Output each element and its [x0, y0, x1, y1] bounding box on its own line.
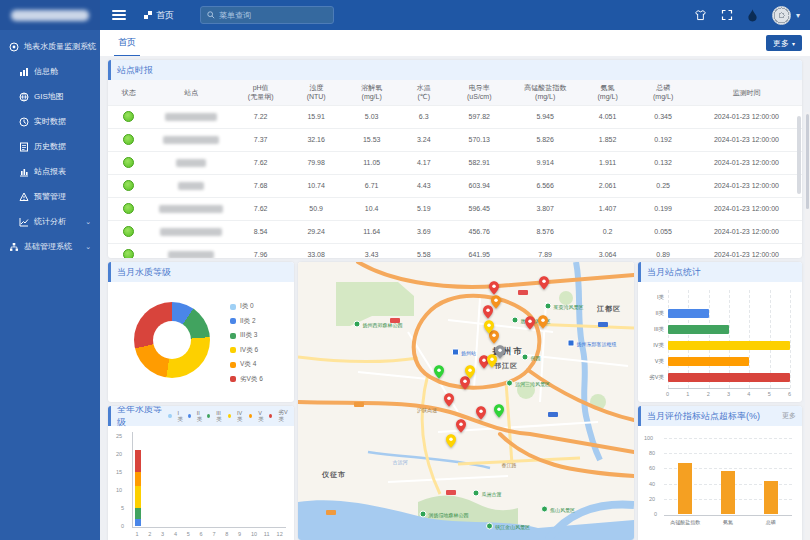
menu-toggle-icon[interactable]	[112, 8, 126, 22]
month-label: 8	[225, 531, 228, 537]
rate-bar[interactable]	[764, 481, 778, 514]
map-pin-orange[interactable]	[538, 315, 548, 333]
legend-item[interactable]: III类	[207, 410, 224, 423]
sidebar-section-0[interactable]: 地表水质量监测系统⌃	[0, 34, 100, 59]
map-pin-red[interactable]	[525, 316, 535, 334]
legend-item[interactable]: I类	[168, 410, 184, 423]
value-cell: 5.03	[344, 105, 400, 128]
value-cell: 15.53	[344, 128, 400, 151]
map-pin-green[interactable]	[494, 404, 504, 422]
fullscreen-icon[interactable]	[720, 8, 734, 22]
monitor-system-icon	[9, 42, 19, 52]
hbar-bar[interactable]	[668, 373, 790, 382]
y-tick-label: 15	[116, 469, 122, 475]
map-panel[interactable]: 扬州市江都区仪征市邗江区扬州西郊森林公园唐子城风景区茱萸湾风景区扬州站扬州东部客…	[298, 262, 634, 540]
transit-poi-icon	[452, 349, 459, 356]
tab-home[interactable]: 首页	[114, 29, 140, 57]
map-pin-red[interactable]	[539, 276, 549, 294]
map-pin-green[interactable]	[434, 365, 444, 383]
table-scrollbar[interactable]	[797, 116, 801, 194]
y-axis	[132, 432, 133, 527]
map-pin-yellow[interactable]	[446, 434, 456, 452]
value-cell: 11.64	[344, 220, 400, 243]
value-cell: 50.9	[288, 197, 344, 220]
map-pin-red[interactable]	[476, 406, 486, 424]
sidebar-item-6[interactable]: 统计分析⌄	[0, 209, 100, 234]
gridline	[664, 453, 792, 454]
sidebar-item-2[interactable]: 实时数据	[0, 109, 100, 134]
sidebar-item-3[interactable]: 历史数据	[0, 134, 100, 159]
legend-item[interactable]: 劣V类	[269, 409, 290, 423]
value-cell: 641.95	[448, 243, 510, 258]
donut-chart[interactable]	[134, 302, 210, 378]
page-scrollbar[interactable]	[805, 112, 810, 540]
stacked-bar-segment[interactable]	[135, 472, 141, 486]
map-pin-yellow[interactable]	[484, 320, 494, 338]
value-cell: 1.407	[580, 197, 636, 220]
x-axis	[664, 515, 792, 516]
hbar-bar[interactable]	[668, 357, 749, 366]
legend-item[interactable]: I类 0	[230, 302, 263, 311]
menu-search-input[interactable]: 菜单查询	[200, 6, 334, 24]
value-cell: 7.22	[233, 105, 289, 128]
table-column-header: 状态	[108, 80, 150, 105]
table-column-header: 电导率(uS/cm)	[448, 80, 510, 105]
more-button[interactable]: 更多 ▾	[766, 35, 802, 51]
legend-item[interactable]: IV类	[228, 410, 245, 423]
value-cell: 4.051	[580, 105, 636, 128]
stacked-bar-segment[interactable]	[135, 519, 141, 526]
legend-item[interactable]: V类	[249, 410, 265, 423]
sidebar-item-label: 站点报表	[34, 166, 66, 177]
map-poi-label: 茱萸湾风景区	[545, 303, 584, 310]
stacked-bar-segment[interactable]	[135, 450, 141, 472]
rate-bar[interactable]	[678, 463, 692, 514]
hbar-bar[interactable]	[668, 309, 709, 318]
legend-item[interactable]: IV类 6	[230, 346, 263, 355]
rate-bar[interactable]	[721, 471, 735, 514]
stacked-bar-segment[interactable]	[135, 508, 141, 519]
map-pin-yellow[interactable]	[465, 365, 475, 383]
legend-item[interactable]: III类 3	[230, 331, 263, 340]
legend-item[interactable]: II类	[188, 410, 204, 423]
table-row: 7.3732.1615.533.24570.135.8261.8520.1922…	[108, 128, 802, 151]
legend-item[interactable]: II类 2	[230, 317, 263, 326]
map-pin-orange[interactable]	[491, 295, 501, 313]
sidebar-item-0[interactable]: 信息舱	[0, 59, 100, 84]
exceed-rate-chart: 020406080100高锰酸盐指数氨氮总磷	[638, 426, 802, 540]
sidebar-item-4[interactable]: 站点报表	[0, 159, 100, 184]
table-row: 7.2215.915.036.3597.825.9454.0510.345202…	[108, 105, 802, 128]
legend-swatch	[269, 414, 272, 418]
x-tick-label: 6	[788, 391, 791, 397]
annual-level-chart: 0510152025123456789101112	[108, 426, 294, 540]
legend-item[interactable]: V类 4	[230, 360, 263, 369]
water-drop-icon[interactable]	[746, 8, 760, 22]
theme-skin-icon[interactable]	[694, 8, 708, 22]
legend-swatch	[230, 376, 236, 382]
value-cell: 10.74	[288, 174, 344, 197]
exceed-rate-more-link[interactable]: 更多	[782, 411, 796, 421]
sidebar-item-5[interactable]: 预警管理	[0, 184, 100, 209]
station-name-redacted	[168, 251, 214, 258]
user-chevron-down-icon[interactable]: ▾	[796, 11, 800, 20]
topbar-home-link[interactable]: 首页	[144, 9, 174, 22]
value-cell: 2024-01-23 12:00:00	[691, 128, 802, 151]
legend-swatch	[228, 414, 231, 418]
sidebar-item-1[interactable]: GIS地图	[0, 84, 100, 109]
legend-item[interactable]: 劣V类 6	[230, 375, 263, 384]
x-tick-label: 0	[666, 391, 669, 397]
map-pin-gray[interactable]	[495, 345, 505, 363]
hbar-bar[interactable]	[668, 341, 790, 350]
map-pin-red[interactable]	[456, 419, 466, 437]
value-cell: 7.96	[233, 243, 289, 258]
x-tick-label: 4	[747, 391, 750, 397]
hbar-bar[interactable]	[668, 325, 729, 334]
status-cell	[108, 151, 150, 174]
avatar[interactable]	[772, 6, 791, 25]
monthly-level-title: 当月水质等级	[108, 262, 294, 282]
sidebar-section-1[interactable]: 基础管理系统⌄	[0, 234, 100, 259]
stacked-bar-segment[interactable]	[135, 486, 141, 508]
value-cell: 9.914	[510, 151, 579, 174]
map-pin-red[interactable]	[444, 393, 454, 411]
map-poi-label: 镇江金山风景区	[486, 523, 530, 530]
month-label: 5	[187, 531, 190, 537]
